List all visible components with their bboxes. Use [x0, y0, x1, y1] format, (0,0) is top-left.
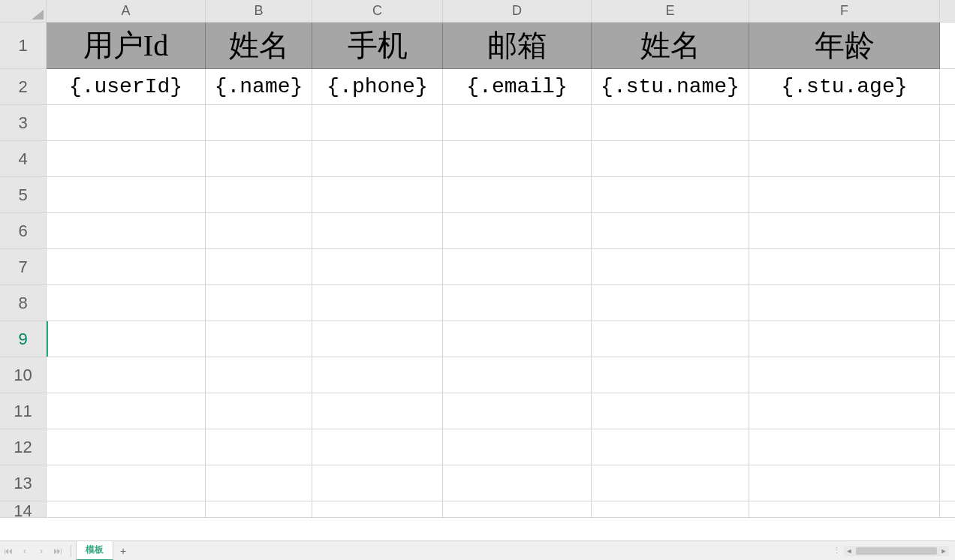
cell-overflow-14[interactable]: [940, 501, 955, 518]
cell-F6[interactable]: [749, 213, 940, 249]
cell-A1[interactable]: 用户Id: [47, 23, 206, 69]
cell-D8[interactable]: [443, 285, 592, 321]
cell-overflow-7[interactable]: [940, 249, 955, 285]
cell-F5[interactable]: [749, 177, 940, 213]
cell-overflow-5[interactable]: [940, 177, 955, 213]
cell-F1[interactable]: 年龄: [749, 23, 940, 69]
cell-overflow-6[interactable]: [940, 213, 955, 249]
cell-E12[interactable]: [592, 429, 749, 465]
cell-overflow-8[interactable]: [940, 285, 955, 321]
row-head-4[interactable]: 4: [0, 141, 47, 177]
select-all-corner[interactable]: [0, 0, 47, 23]
cell-overflow-2[interactable]: [940, 69, 955, 105]
cell-B13[interactable]: [206, 465, 312, 501]
cell-E11[interactable]: [592, 393, 749, 429]
cell-F7[interactable]: [749, 249, 940, 285]
horizontal-scrollbar[interactable]: ◄ ►: [844, 546, 949, 556]
spreadsheet-grid[interactable]: A B C D E F 1 用户Id 姓名 手机 邮箱 姓名 年龄 2 {.us…: [0, 0, 955, 518]
cell-C8[interactable]: [312, 285, 443, 321]
cell-C9[interactable]: [312, 321, 443, 357]
cell-A10[interactable]: [47, 357, 206, 393]
cell-B5[interactable]: [206, 177, 312, 213]
cell-D12[interactable]: [443, 429, 592, 465]
cell-B8[interactable]: [206, 285, 312, 321]
cell-C12[interactable]: [312, 429, 443, 465]
cell-overflow-10[interactable]: [940, 357, 955, 393]
cell-F3[interactable]: [749, 105, 940, 141]
cell-C11[interactable]: [312, 393, 443, 429]
cell-A9[interactable]: [47, 321, 206, 357]
cell-E4[interactable]: [592, 141, 749, 177]
row-head-12[interactable]: 12: [0, 429, 47, 465]
cell-B4[interactable]: [206, 141, 312, 177]
scroll-right-icon[interactable]: ►: [938, 546, 949, 556]
cell-A3[interactable]: [47, 105, 206, 141]
col-head-B[interactable]: B: [206, 0, 312, 23]
cell-C6[interactable]: [312, 213, 443, 249]
cell-overflow-13[interactable]: [940, 465, 955, 501]
last-sheet-button[interactable]: ⏭: [50, 541, 66, 561]
cell-A11[interactable]: [47, 393, 206, 429]
prev-sheet-button[interactable]: ‹: [17, 541, 33, 561]
cell-C10[interactable]: [312, 357, 443, 393]
cell-A7[interactable]: [47, 249, 206, 285]
cell-F8[interactable]: [749, 285, 940, 321]
cell-E9[interactable]: [592, 321, 749, 357]
cell-E3[interactable]: [592, 105, 749, 141]
cell-C3[interactable]: [312, 105, 443, 141]
cell-overflow-12[interactable]: [940, 429, 955, 465]
cell-D9[interactable]: [443, 321, 592, 357]
cell-overflow-1[interactable]: [940, 23, 955, 69]
cell-D1[interactable]: 邮箱: [443, 23, 592, 69]
row-head-5[interactable]: 5: [0, 177, 47, 213]
scroll-left-icon[interactable]: ◄: [844, 546, 854, 556]
cell-E2[interactable]: {.stu.name}: [592, 69, 749, 105]
cell-F9[interactable]: [749, 321, 940, 357]
cell-F10[interactable]: [749, 357, 940, 393]
row-head-9[interactable]: 9: [0, 321, 47, 357]
cell-C1[interactable]: 手机: [312, 23, 443, 69]
cell-D3[interactable]: [443, 105, 592, 141]
col-head-E[interactable]: E: [592, 0, 749, 23]
cell-overflow-3[interactable]: [940, 105, 955, 141]
row-head-8[interactable]: 8: [0, 285, 47, 321]
cell-A5[interactable]: [47, 177, 206, 213]
row-head-14[interactable]: 14: [0, 501, 47, 518]
row-head-13[interactable]: 13: [0, 465, 47, 501]
cell-C13[interactable]: [312, 465, 443, 501]
cell-D5[interactable]: [443, 177, 592, 213]
cell-F11[interactable]: [749, 393, 940, 429]
cell-A2[interactable]: {.userId}: [47, 69, 206, 105]
cell-E14[interactable]: [592, 501, 749, 518]
row-head-10[interactable]: 10: [0, 357, 47, 393]
cell-A6[interactable]: [47, 213, 206, 249]
cell-B9[interactable]: [206, 321, 312, 357]
row-head-3[interactable]: 3: [0, 105, 47, 141]
col-head-D[interactable]: D: [443, 0, 592, 23]
cell-E10[interactable]: [592, 357, 749, 393]
row-head-7[interactable]: 7: [0, 249, 47, 285]
cell-A13[interactable]: [47, 465, 206, 501]
cell-D4[interactable]: [443, 141, 592, 177]
first-sheet-button[interactable]: ⏮: [0, 541, 17, 561]
scroll-thumb[interactable]: [856, 547, 937, 555]
row-head-11[interactable]: 11: [0, 393, 47, 429]
cell-C14[interactable]: [312, 501, 443, 518]
cell-overflow-4[interactable]: [940, 141, 955, 177]
cell-E7[interactable]: [592, 249, 749, 285]
cell-F12[interactable]: [749, 429, 940, 465]
col-head-F[interactable]: F: [749, 0, 940, 23]
cell-F4[interactable]: [749, 141, 940, 177]
cell-overflow-11[interactable]: [940, 393, 955, 429]
cell-B10[interactable]: [206, 357, 312, 393]
col-head-A[interactable]: A: [47, 0, 206, 23]
cell-C2[interactable]: {.phone}: [312, 69, 443, 105]
cell-E8[interactable]: [592, 285, 749, 321]
cell-F2[interactable]: {.stu.age}: [749, 69, 940, 105]
cell-B3[interactable]: [206, 105, 312, 141]
cell-D10[interactable]: [443, 357, 592, 393]
cell-A12[interactable]: [47, 429, 206, 465]
cell-B14[interactable]: [206, 501, 312, 518]
sheet-tab-active[interactable]: 模板: [76, 541, 113, 561]
cell-B7[interactable]: [206, 249, 312, 285]
